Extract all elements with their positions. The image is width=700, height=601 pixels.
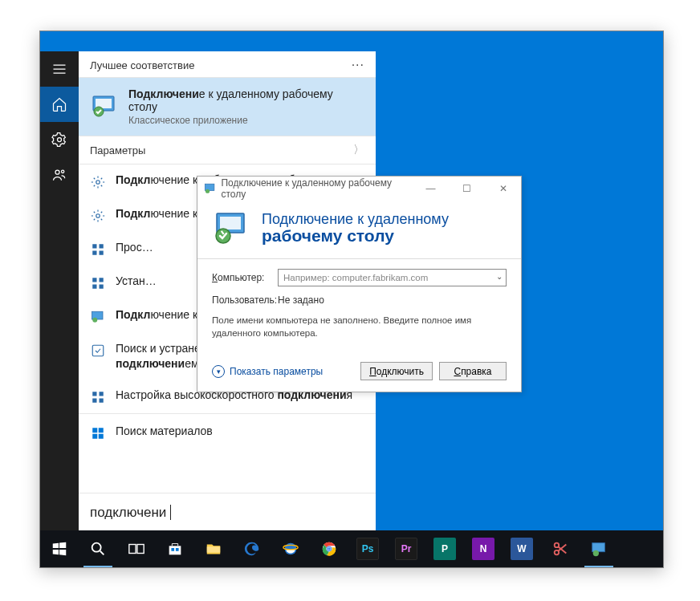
svg-rect-26 — [99, 434, 104, 439]
word-taskbar[interactable]: W — [503, 530, 541, 567]
ie-icon — [282, 540, 299, 558]
search-button[interactable] — [79, 530, 117, 567]
window-controls: — ☐ ✕ — [413, 177, 521, 201]
explorer-taskbar[interactable] — [194, 530, 233, 567]
parameters-header[interactable]: Параметры 〉 — [79, 136, 376, 164]
rdp-icon — [90, 309, 106, 325]
rdp-taskbar-icon — [590, 540, 608, 558]
computer-combo[interactable]: Например: computer.fabrikam.com ⌄ — [278, 269, 507, 286]
onenote-taskbar[interactable]: N — [464, 530, 503, 567]
svg-point-28 — [206, 189, 210, 193]
svg-point-0 — [58, 138, 62, 142]
start-rail — [40, 51, 79, 532]
people-icon — [51, 167, 67, 183]
edge-taskbar[interactable] — [233, 530, 271, 567]
minimize-button[interactable]: — — [413, 177, 449, 201]
rdp-footer: ▾ Показать параметры Подключить Справка — [197, 355, 521, 392]
svg-rect-43 — [592, 543, 605, 552]
network-icon — [90, 275, 106, 291]
combo-placeholder: Например: computer.fabrikam.com — [283, 273, 428, 282]
chrome-taskbar[interactable] — [310, 530, 348, 567]
close-button[interactable]: ✕ — [485, 177, 521, 201]
store-taskbar[interactable] — [156, 530, 194, 567]
svg-rect-33 — [129, 545, 136, 554]
taskbar: Ps Pr P N W — [40, 530, 663, 567]
chrome-icon — [320, 540, 338, 558]
computer-label: Компьютер: — [212, 272, 278, 283]
ps-taskbar[interactable]: Ps — [348, 530, 387, 567]
rdp-taskbar[interactable] — [580, 530, 618, 567]
chevron-right-icon: 〉 — [353, 143, 364, 157]
chevron-down-icon: ⌄ — [496, 272, 503, 281]
settings-icon — [90, 174, 106, 190]
svg-rect-25 — [92, 434, 97, 439]
edge-icon — [243, 540, 261, 558]
help-button[interactable]: Справка — [439, 362, 507, 380]
svg-rect-8 — [92, 244, 96, 248]
svg-rect-24 — [99, 428, 104, 432]
svg-point-2 — [62, 170, 64, 173]
connect-button[interactable]: Подключить — [360, 362, 433, 380]
expand-down-icon: ▾ — [212, 365, 225, 378]
maximize-button[interactable]: ☐ — [449, 177, 485, 201]
taskview-button[interactable] — [117, 530, 156, 567]
network-icon — [90, 389, 106, 405]
svg-point-32 — [92, 543, 101, 552]
rdp-heading-2: рабочему столу — [262, 226, 449, 246]
svg-rect-11 — [100, 251, 104, 255]
rdp-note: Поле имени компьютера не заполнено. Введ… — [212, 314, 507, 339]
windows-icon — [51, 540, 68, 558]
text-caret — [166, 505, 171, 520]
ie-taskbar[interactable] — [271, 530, 310, 567]
rdp-dialog: Подключение к удаленному рабочему столу … — [197, 176, 522, 392]
rail-people[interactable] — [40, 157, 79, 193]
start-button[interactable] — [40, 530, 79, 567]
svg-point-7 — [96, 214, 100, 218]
svg-rect-21 — [92, 398, 96, 402]
rdp-window-title: Подключение к удаленному рабочему столу — [221, 177, 413, 200]
store-icon — [90, 425, 106, 441]
svg-point-44 — [593, 550, 599, 556]
svg-rect-19 — [92, 392, 96, 396]
taskview-icon — [128, 540, 145, 558]
user-value: Не задано — [278, 294, 324, 306]
store-icon — [166, 540, 184, 558]
scissors-icon — [551, 540, 569, 558]
svg-rect-23 — [92, 428, 97, 432]
svg-rect-15 — [100, 285, 104, 289]
desktop: Лучшее соответствие ··· Подключение к уд… — [39, 30, 664, 568]
best-match-item[interactable]: Подключение к удаленному рабочему столу … — [79, 78, 376, 136]
rail-settings[interactable] — [40, 122, 79, 157]
troubleshoot-icon — [90, 343, 106, 359]
network-icon — [90, 242, 106, 258]
rdp-titlebar[interactable]: Подключение к удаленному рабочему столу … — [197, 177, 521, 201]
svg-rect-12 — [92, 278, 96, 282]
rail-home[interactable] — [40, 87, 79, 122]
more-icon[interactable]: ··· — [352, 58, 364, 72]
svg-rect-34 — [137, 545, 144, 554]
pr-taskbar[interactable]: Pr — [387, 530, 425, 567]
svg-point-40 — [328, 547, 331, 550]
publisher-taskbar[interactable]: P — [425, 530, 464, 567]
parameters-label: Параметры — [90, 144, 145, 156]
rdp-heading-1: Подключение к удаленному — [262, 211, 449, 228]
rail-menu[interactable] — [40, 51, 79, 87]
best-match-title: Подключение к удаленному рабочему столу — [128, 87, 364, 113]
svg-point-17 — [92, 318, 97, 323]
store-search-item[interactable]: Поиск материалов — [79, 413, 376, 451]
hamburger-icon — [51, 61, 67, 77]
svg-rect-20 — [100, 392, 104, 396]
show-options-link[interactable]: ▾ Показать параметры — [212, 365, 323, 378]
svg-point-1 — [55, 170, 59, 174]
gear-icon — [51, 132, 67, 148]
svg-rect-10 — [92, 251, 96, 255]
svg-point-6 — [96, 181, 100, 185]
svg-rect-9 — [100, 244, 104, 248]
svg-rect-18 — [92, 345, 104, 356]
search-input[interactable]: подключени — [79, 493, 376, 532]
snip-taskbar[interactable] — [541, 530, 580, 567]
rdp-header: Подключение к удаленному рабочему столу — [197, 201, 521, 258]
user-label: Пользователь: — [212, 294, 278, 306]
home-icon — [51, 96, 67, 112]
best-match-header: Лучшее соответствие ··· — [79, 51, 376, 78]
